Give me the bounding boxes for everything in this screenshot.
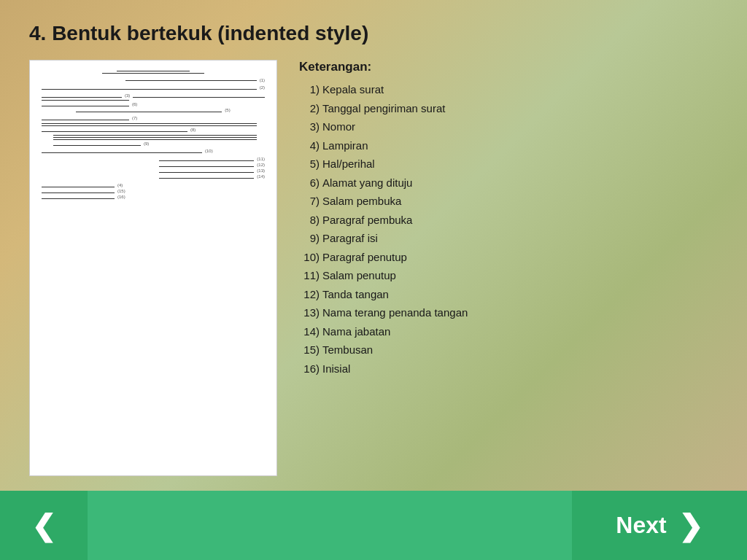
para9-line2 — [53, 137, 257, 138]
list-item: 8)Paragraf pembuka — [299, 211, 718, 230]
label-15: (15) — [117, 189, 125, 193]
lampiran-line1 — [42, 100, 129, 101]
label-4: (4) — [117, 183, 123, 187]
list-item: 11)Salam penutup — [299, 266, 718, 285]
date-line — [125, 80, 257, 81]
close14-row: (14) — [159, 174, 265, 179]
list-item: 6)Alamat yang dituju — [299, 174, 718, 192]
keterangan-section: Keterangan: 1)Kepala surat 2)Tanggal pen… — [299, 60, 718, 476]
label-1: (1) — [260, 78, 265, 82]
closing-section: (11) (12) (13) (14) — [42, 157, 265, 179]
list-item: 15)Tembusan — [299, 341, 718, 359]
label-11: (11) — [257, 157, 265, 161]
para10-row: (10) — [42, 149, 265, 153]
next-label: Next — [616, 512, 666, 539]
para8-line2 — [42, 125, 257, 126]
para-penutup: (10) — [42, 149, 265, 153]
label-2: (2) — [260, 85, 265, 90]
para8-line1 — [42, 123, 257, 124]
salam-line — [42, 120, 129, 120]
close11-line — [159, 160, 254, 161]
list-item: 9)Paragraf isi — [299, 229, 718, 248]
list-item: 5)Hal/perihal — [299, 155, 718, 174]
bottom4-row: (4) — [42, 183, 265, 187]
salam-row: (7) — [42, 116, 265, 120]
label-12: (12) — [257, 163, 265, 167]
list-item: 10)Paragraf penutup — [299, 248, 718, 267]
nomor-row: (3) — [42, 93, 265, 98]
header-area — [42, 71, 265, 74]
close14-line — [159, 178, 254, 179]
close11-row: (11) — [159, 157, 265, 161]
hal-line — [76, 112, 222, 112]
list-item: 4)Lampiran — [299, 136, 718, 155]
label-3: (3) — [125, 93, 130, 98]
address-full-line — [42, 89, 257, 90]
prev-button[interactable]: ❮ — [0, 491, 88, 560]
lampiran-area: (6) — [42, 100, 265, 106]
close13-row: (13) — [159, 168, 265, 173]
list-item: 13)Nama terang penanda tangan — [299, 303, 718, 322]
label-13: (13) — [257, 168, 265, 173]
para8-line3 — [42, 131, 187, 132]
label-7: (7) — [132, 116, 137, 120]
lampiran-line2 — [42, 106, 129, 106]
hal-row: (5) — [42, 108, 265, 112]
close12-row: (12) — [159, 163, 265, 167]
label-10: (10) — [205, 149, 213, 153]
bottom15-line — [42, 192, 115, 193]
nomor-line — [42, 97, 122, 98]
keterangan-title: Keterangan: — [299, 60, 718, 74]
para10-line — [42, 152, 202, 153]
label-6: (6) — [132, 102, 137, 106]
lampiran-row: (6) — [42, 102, 265, 106]
header-line1 — [117, 71, 190, 71]
para8-last-row: (8) — [42, 128, 265, 132]
label-16: (16) — [117, 195, 125, 199]
page-title: 4. Bentuk bertekuk (indented style) — [29, 22, 718, 45]
nav-bar: ❮ Next ❯ — [0, 491, 747, 560]
para9-line4 — [53, 145, 141, 146]
para9-line3 — [53, 139, 257, 140]
prev-arrow-icon: ❮ — [31, 509, 56, 542]
content-area: (1) (2) (3) (6) — [29, 60, 718, 476]
keterangan-list: 1)Kepala surat 2)Tanggal pengiriman sura… — [299, 80, 718, 378]
address-full-row: (2) — [42, 85, 265, 90]
bottom16-row: (16) — [42, 195, 265, 199]
label-14: (14) — [257, 174, 265, 179]
date-row: (1) — [42, 78, 265, 82]
nomor-ext-line — [133, 97, 265, 98]
label-9: (9) — [144, 141, 149, 146]
list-item: 3)Nomor — [299, 117, 718, 136]
list-item: 7)Salam pembuka — [299, 192, 718, 211]
main-content: 4. Bentuk bertekuk (indented style) (1) … — [0, 0, 747, 491]
bottom15-row: (15) — [42, 189, 265, 193]
list-item: 2)Tanggal pengiriman surat — [299, 99, 718, 118]
bottom4-line — [42, 187, 115, 187]
close13-line — [159, 172, 254, 173]
para9-last-row: (9) — [53, 141, 265, 146]
label-5: (5) — [225, 108, 230, 112]
next-button[interactable]: Next ❯ — [572, 491, 747, 560]
list-item: 14)Nama jabatan — [299, 322, 718, 341]
label-8: (8) — [190, 128, 196, 132]
para-isi: (9) — [42, 135, 265, 146]
bottom16-line — [42, 198, 115, 199]
close12-line — [159, 166, 254, 167]
list-item: 1)Kepala surat — [299, 80, 718, 99]
header-line2 — [102, 73, 204, 74]
next-arrow-icon: ❯ — [678, 509, 703, 542]
para-pembuka: (8) — [42, 123, 265, 132]
para9-line1 — [53, 135, 257, 136]
letter-preview: (1) (2) (3) (6) — [29, 60, 277, 476]
bottom-section: (4) (15) (16) — [42, 183, 265, 199]
list-item: 12)Tanda tangan — [299, 285, 718, 304]
list-item: 16)Inisial — [299, 359, 718, 378]
